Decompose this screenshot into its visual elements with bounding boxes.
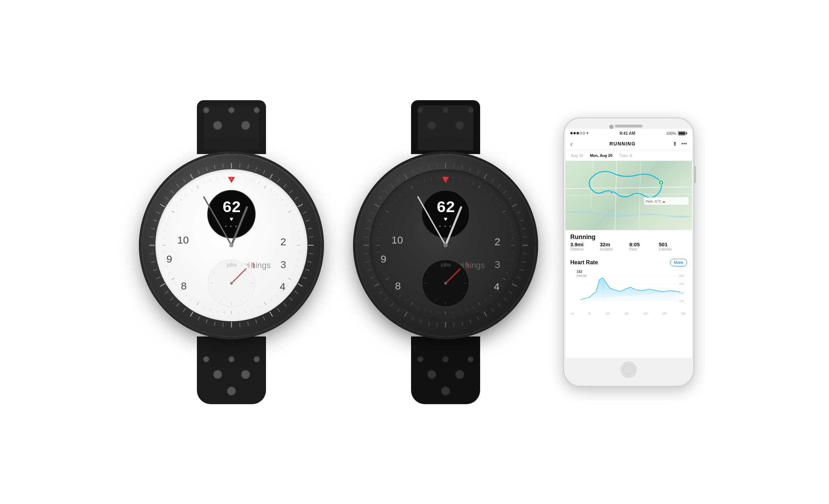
svg-line-233 (466, 180, 467, 182)
svg-line-88 (297, 259, 299, 259)
white-watch-case: 55 05 10 15 20 25 30 35 40 45 50 (142, 154, 321, 336)
date-tabs: Aug 18 Mon, Aug 20 Tues, A (565, 150, 692, 161)
stat-duration: 32m Duration (600, 241, 628, 251)
svg-line-248 (509, 266, 512, 267)
hr-chart-svg: 180 140 100 <75 (570, 269, 687, 311)
svg-line-80 (285, 205, 287, 206)
home-button[interactable] (621, 362, 637, 378)
svg-line-257 (466, 308, 467, 311)
x-label-30: 30' (682, 312, 686, 315)
home-button-inner (623, 364, 635, 375)
svg-line-270 (386, 278, 389, 280)
svg-text:8: 8 (395, 280, 401, 292)
svg-line-76 (264, 186, 266, 189)
band-hole (241, 370, 250, 379)
svg-line-82 (292, 217, 294, 218)
svg-line-73 (245, 178, 246, 180)
svg-line-120 (168, 217, 170, 218)
black-watch-dial: 62 ♥ • • • (370, 169, 522, 321)
svg-line-203 (364, 254, 368, 254)
hr-peak-value: 192 (577, 270, 582, 274)
svg-line-13 (308, 228, 312, 229)
svg-line-283 (399, 194, 401, 196)
x-label-20: 20' (644, 312, 648, 315)
svg-line-2 (248, 165, 248, 169)
svg-text:9: 9 (166, 253, 172, 265)
svg-line-118 (164, 231, 166, 231)
svg-line-108 (185, 295, 187, 296)
svg-line-112 (168, 272, 170, 273)
app-header: ‹ RUNNING ⬆ ••• (565, 138, 692, 150)
activity-type: Running (570, 234, 687, 241)
band-hole (442, 107, 449, 113)
svg-line-244 (512, 238, 514, 238)
svg-text:140: 140 (679, 282, 684, 285)
svg-line-280 (386, 211, 389, 212)
date-tab-aug18[interactable]: Aug 18 (569, 152, 585, 159)
svg-text:180: 180 (679, 274, 684, 277)
band-hole (228, 107, 235, 113)
svg-line-234 (473, 182, 474, 184)
svg-text:100%: 100% (440, 263, 451, 268)
svg-line-125 (191, 189, 192, 191)
svg-point-325 (610, 191, 613, 193)
svg-line-267 (399, 295, 401, 296)
svg-line-300 (418, 197, 446, 245)
svg-text:hings: hings (251, 260, 270, 270)
svg-line-17 (308, 261, 312, 262)
svg-line-1 (240, 163, 240, 168)
stat-pace: 8:05 Pace (629, 241, 658, 251)
svg-line-103 (217, 311, 217, 313)
band-bottom-holes (411, 356, 480, 396)
svg-line-58 (215, 165, 215, 169)
status-left: ▾ (570, 131, 589, 135)
more-button[interactable]: More (670, 259, 687, 266)
svg-text:hings: hings (465, 260, 485, 270)
band-bottom-holes (197, 356, 266, 396)
svg-line-286 (418, 182, 419, 184)
svg-line-123 (180, 199, 182, 201)
side-button[interactable] (694, 166, 696, 183)
svg-line-266 (405, 299, 406, 301)
white-watch: 55 05 10 15 20 25 30 35 40 45 50 (135, 100, 328, 404)
share-icon[interactable]: ⬆ (673, 141, 677, 147)
stat-duration-value: 32m (600, 241, 628, 247)
svg-line-236 (485, 189, 486, 191)
band-hole (442, 356, 449, 362)
svg-line-124 (185, 194, 187, 196)
svg-line-92 (285, 284, 287, 286)
date-tab-tues[interactable]: Tues, A (617, 152, 634, 159)
band-hole (241, 121, 250, 130)
main-scene: 55 05 10 15 20 25 30 35 40 45 50 (0, 0, 829, 504)
stat-pace-label: Pace (629, 247, 658, 251)
signal-dot (577, 132, 579, 134)
svg-line-322 (591, 161, 593, 209)
black-watch-band-bottom (411, 336, 480, 404)
back-button[interactable]: ‹ (570, 140, 573, 148)
x-label-0: 0 (572, 312, 573, 315)
svg-line-205 (364, 237, 368, 237)
svg-line-242 (509, 224, 512, 225)
svg-line-273 (378, 259, 380, 259)
svg-line-119 (166, 224, 168, 225)
stat-duration-label: Duration (600, 247, 628, 251)
svg-line-299 (446, 207, 461, 245)
svg-line-29 (240, 323, 240, 327)
svg-line-16 (309, 254, 313, 254)
svg-line-126 (197, 186, 199, 189)
more-icon[interactable]: ••• (681, 141, 687, 147)
svg-line-46 (150, 237, 154, 237)
svg-line-59 (223, 163, 223, 168)
date-tab-aug20[interactable]: Mon, Aug 20 (588, 152, 614, 159)
svg-line-287 (424, 180, 425, 182)
svg-line-250 (503, 278, 506, 280)
svg-text:3: 3 (495, 259, 501, 270)
svg-line-258 (459, 311, 460, 313)
svg-line-320 (615, 161, 617, 230)
svg-text:8: 8 (181, 280, 187, 292)
svg-point-317 (444, 243, 448, 247)
svg-line-321 (639, 161, 641, 230)
svg-line-94 (276, 295, 278, 296)
svg-line-130 (224, 177, 225, 179)
signal-dot (573, 132, 576, 134)
